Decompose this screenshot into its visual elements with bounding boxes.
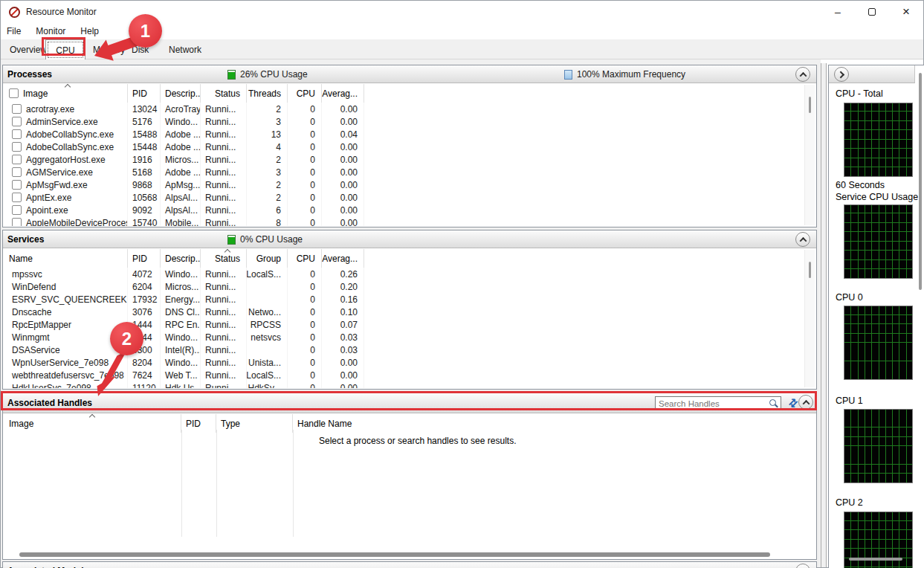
menu-file[interactable]: File <box>1 25 28 39</box>
chevron-right-icon <box>837 71 844 78</box>
associated-modules-title: Associated Modules <box>3 566 94 568</box>
column-header[interactable]: PID <box>181 414 216 433</box>
table-row[interactable]: ESRV_SVC_QUEENCREEK17932Energy...Runni..… <box>4 293 800 306</box>
associated-handles-section: Associated Handles ⇄ ImagePIDTypeHandle … <box>2 393 817 560</box>
handles-horizontal-scrollbar[interactable] <box>19 552 770 557</box>
table-row[interactable]: AdobeCollabSync.exe15448Adobe ...Runni..… <box>4 141 800 153</box>
row-checkbox[interactable] <box>12 104 22 114</box>
tab-cpu[interactable]: CPU <box>45 39 85 60</box>
column-header[interactable]: Status <box>201 84 247 103</box>
services-scrollbar[interactable] <box>804 250 815 387</box>
max-frequency-bar-icon <box>564 70 572 80</box>
cpu-usage-legend: 26% CPU Usage <box>227 65 308 83</box>
cpu1-graph <box>844 409 913 483</box>
table-row[interactable]: AggregatorHost.exe1916Micros...Runni...2… <box>4 153 800 166</box>
graph-label-cpu-total: CPU - Total <box>836 88 883 99</box>
graph-label-cpu1: CPU 1 <box>836 396 863 406</box>
minimize-button[interactable]: – <box>821 1 855 23</box>
search-handles-input[interactable] <box>656 399 767 408</box>
column-header[interactable]: CPU <box>288 84 322 103</box>
chevron-up-icon <box>802 399 810 407</box>
scrollbar-thumb[interactable] <box>809 262 811 278</box>
graph-label-cpu2: CPU 2 <box>836 497 863 508</box>
graph-label-service-cpu: Service CPU Usage <box>836 192 918 202</box>
tab-overview[interactable]: Overview <box>5 39 51 59</box>
row-checkbox[interactable] <box>12 167 22 177</box>
table-row[interactable]: acrotray.exe13024AcroTrayRunni...200.00 <box>4 103 800 115</box>
row-checkbox[interactable] <box>12 205 22 215</box>
graph-label-cpu0: CPU 0 <box>836 292 863 303</box>
row-checkbox[interactable] <box>12 142 22 152</box>
column-header[interactable]: PID <box>128 84 161 103</box>
column-header[interactable]: Threads <box>247 84 288 103</box>
services-header[interactable]: Services 0% CPU Usage <box>3 230 816 248</box>
processes-scrollbar[interactable] <box>804 85 815 225</box>
row-checkbox[interactable] <box>12 193 22 202</box>
modules-collapse-button[interactable] <box>795 564 810 568</box>
row-checkbox[interactable] <box>12 117 22 126</box>
table-row[interactable]: AppleMobileDeviceProcess15740Mobile...Ru… <box>4 216 800 226</box>
tab-network[interactable]: Network <box>164 39 206 59</box>
associated-handles-header[interactable]: Associated Handles ⇄ <box>3 393 816 413</box>
column-header[interactable]: Descrip... <box>161 84 201 103</box>
handles-empty-message: Select a process or search handles to se… <box>319 436 516 446</box>
associated-modules-header[interactable]: Associated Modules <box>3 562 816 568</box>
handles-table-header: ImagePIDTypeHandle Name <box>4 414 800 433</box>
table-row[interactable]: Apoint.exe9092AlpsAl...Runni...600.00 <box>4 204 800 216</box>
sidebar-horizontal-scrollbar-thumb[interactable] <box>849 558 902 561</box>
column-header[interactable]: PID <box>128 249 161 268</box>
maximize-button[interactable] <box>855 1 889 23</box>
column-header[interactable]: Handle Name <box>293 414 523 433</box>
column-header[interactable]: Averag... <box>322 249 364 268</box>
associated-handles-title: Associated Handles <box>3 398 92 408</box>
column-header[interactable]: Group <box>247 249 288 268</box>
table-row[interactable]: WpnUserService_7e0988204Windo...Runni...… <box>4 356 800 369</box>
services-section: Services 0% CPU Usage NamePIDDescrip...S… <box>2 230 817 390</box>
column-header[interactable]: Averag... <box>322 84 364 103</box>
table-row[interactable]: HdkUserSvc_7e09811120Hdk Us...Runni...Hd… <box>4 381 800 388</box>
column-header[interactable]: Type <box>216 414 293 433</box>
row-checkbox[interactable] <box>12 218 22 226</box>
table-row[interactable]: WinDefend6204Micros...Runni...00.20 <box>4 280 800 293</box>
processes-title: Processes <box>3 69 52 80</box>
handles-collapse-button[interactable] <box>798 395 813 410</box>
sidebar-expand-button[interactable] <box>834 67 849 82</box>
table-row[interactable]: webthreatdefusersvc_7e0987624Web T...Run… <box>4 369 800 381</box>
table-row[interactable]: mpssvc4072Windo...Runni...LocalS...00.26 <box>4 268 800 280</box>
sidebar-scrollbar-thumb[interactable] <box>919 73 922 290</box>
column-divider <box>293 430 294 537</box>
panel-splitter[interactable] <box>821 63 827 567</box>
row-checkbox[interactable] <box>12 129 22 139</box>
service-cpu-usage-graph <box>844 204 913 279</box>
table-row[interactable]: Dnscache3076DNS Cl...Runni...Netwo...00.… <box>4 306 800 318</box>
table-row[interactable]: AdminService.exe5176Windo...Runni...300.… <box>4 115 800 128</box>
column-header[interactable]: Descrip... <box>161 249 201 268</box>
search-icon[interactable] <box>767 398 779 410</box>
table-row[interactable]: ApntEx.exe10568AlpsAl...Runni...200.00 <box>4 191 800 204</box>
step-number: 2 <box>122 329 132 349</box>
menu-help[interactable]: Help <box>73 25 106 39</box>
chevron-up-icon <box>799 236 807 244</box>
column-header[interactable]: CPU <box>288 249 322 268</box>
services-collapse-button[interactable] <box>795 232 810 247</box>
max-frequency-label: 100% Maximum Frequency <box>577 69 685 80</box>
menu-monitor[interactable]: Monitor <box>28 25 73 39</box>
services-table: NamePIDDescrip...StatusGroupCPUAverag...… <box>4 249 800 388</box>
tab-memory[interactable]: Memory <box>88 39 129 59</box>
select-all-checkbox[interactable] <box>9 88 19 98</box>
processes-table: ImagePIDDescrip...StatusThreadsCPUAverag… <box>4 84 800 226</box>
processes-header[interactable]: Processes 26% CPU Usage 100% Maximum Fre… <box>3 65 816 83</box>
processes-collapse-button[interactable] <box>795 67 810 82</box>
scrollbar-thumb[interactable] <box>809 97 811 113</box>
row-checkbox[interactable] <box>12 155 22 164</box>
row-checkbox[interactable] <box>12 180 22 190</box>
cpu-usage-bar-icon <box>227 70 236 80</box>
services-cpu-usage-label: 0% CPU Usage <box>240 234 303 245</box>
close-icon: × <box>902 4 910 19</box>
close-button[interactable]: × <box>889 1 923 23</box>
table-row[interactable]: ApMsgFwd.exe9868ApMsg...Runni...200.00 <box>4 178 800 191</box>
table-row[interactable]: AGMService.exe5168Adobe ...Runni...300.0… <box>4 166 800 178</box>
table-row[interactable]: AdobeCollabSync.exe15488Adobe ...Runni..… <box>4 128 800 141</box>
column-header[interactable]: Name <box>4 249 128 268</box>
graphs-sidebar: CPU - Total 60 Seconds Service CPU Usage… <box>828 65 924 568</box>
